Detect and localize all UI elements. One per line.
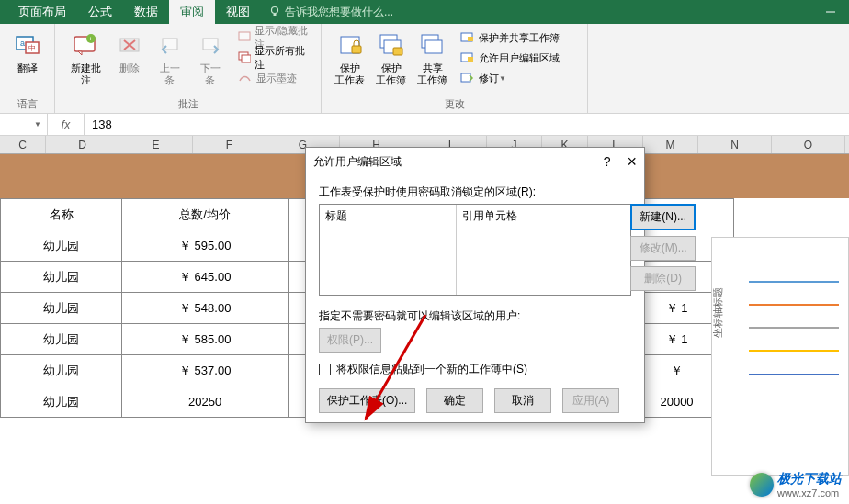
- formula-input[interactable]: [85, 116, 849, 133]
- protect-sheet-dialog-button[interactable]: 保护工作表(O)...: [319, 388, 415, 413]
- delete-comment-button[interactable]: 删除: [109, 28, 150, 94]
- ribbon-tabs: 页面布局 公式 数据 审阅 视图 告诉我您想要做什么...: [0, 0, 849, 24]
- col-header[interactable]: N: [698, 136, 772, 153]
- protect-workbook-label: 保护 工作簿: [376, 62, 406, 86]
- track-changes-button[interactable]: 修订 ▼: [457, 68, 563, 88]
- apply-button[interactable]: 应用(A): [562, 388, 619, 413]
- dialog-title: 允许用户编辑区域: [313, 154, 402, 170]
- show-ink-button[interactable]: 显示墨迹: [234, 68, 313, 88]
- new-comment-icon: +: [71, 31, 100, 61]
- paste-perms-checkbox[interactable]: 将权限信息粘贴到一个新的工作薄中(S): [319, 362, 631, 377]
- svg-rect-21: [393, 48, 402, 55]
- comment-icon: [238, 31, 251, 44]
- lock-share-icon: [460, 31, 475, 44]
- ranges-col-title: 标题: [320, 205, 457, 295]
- svg-rect-14: [239, 32, 250, 40]
- table-cell[interactable]: ￥ 585.00: [122, 324, 288, 355]
- table-header[interactable]: 总数/均价: [122, 199, 288, 230]
- protect-workbook-button[interactable]: 保护 工作簿: [370, 28, 412, 94]
- chart-y-axis-label: 坐标轴标题: [711, 287, 725, 338]
- protect-workbook-icon: [377, 31, 406, 61]
- ranges-list[interactable]: 标题 引用单元格: [319, 204, 631, 296]
- ok-button[interactable]: 确定: [426, 388, 483, 413]
- chart-plot: [749, 265, 839, 420]
- tell-me-text: 告诉我您想要做什么...: [285, 5, 393, 20]
- chart-panel[interactable]: 坐标轴标题: [711, 237, 849, 476]
- col-header[interactable]: M: [643, 136, 698, 153]
- protect-share-button[interactable]: 保护并共享工作簿: [457, 28, 563, 48]
- tab-view[interactable]: 视图: [215, 0, 261, 24]
- show-hide-comment-button[interactable]: 显示/隐藏批注: [234, 28, 313, 48]
- table-cell[interactable]: 20250: [122, 386, 288, 418]
- table-cell[interactable]: 幼儿园: [1, 293, 122, 324]
- svg-point-0: [272, 7, 278, 14]
- table-cell[interactable]: 幼儿园: [1, 355, 122, 386]
- group-changes-label: 更改: [322, 97, 587, 111]
- table-cell[interactable]: 幼儿园: [1, 324, 122, 355]
- tell-me-box[interactable]: 告诉我您想要做什么...: [268, 5, 393, 20]
- table-cell[interactable]: ￥ 595.00: [122, 230, 288, 262]
- svg-rect-28: [461, 73, 470, 82]
- table-header[interactable]: 名称: [1, 199, 122, 230]
- share-workbook-button[interactable]: 共享 工作簿: [412, 28, 453, 94]
- table-cell[interactable]: ￥ 548.00: [122, 293, 288, 324]
- table-cell[interactable]: ￥ 645.00: [122, 262, 288, 293]
- prev-comment-label: 上一条: [155, 62, 185, 86]
- group-comments-label: 批注: [55, 97, 321, 111]
- watermark: 极光下载站 www.xz7.com: [750, 471, 842, 498]
- svg-text:a: a: [20, 39, 25, 48]
- col-header[interactable]: F: [193, 136, 266, 153]
- formula-bar: ▼ fx: [0, 114, 849, 136]
- modify-range-button[interactable]: 修改(M)...: [630, 236, 696, 261]
- name-box[interactable]: ▼: [0, 114, 48, 135]
- fx-label[interactable]: fx: [48, 114, 85, 135]
- table-cell[interactable]: 幼儿园: [1, 230, 122, 262]
- permissions-button[interactable]: 权限(P)...: [319, 328, 381, 353]
- translate-button[interactable]: a中 翻译: [7, 28, 48, 94]
- next-icon: [196, 31, 225, 61]
- users-label: 指定不需要密码就可以编辑该区域的用户:: [319, 308, 631, 324]
- next-comment-button[interactable]: 下一条: [190, 28, 231, 94]
- protect-sheet-icon: [335, 31, 365, 61]
- allow-edit-ranges-button[interactable]: 允许用户编辑区域: [457, 48, 563, 68]
- new-comment-button[interactable]: + 新建批注: [62, 28, 109, 94]
- svg-rect-25: [468, 37, 473, 41]
- new-range-button[interactable]: 新建(N)...: [630, 204, 696, 230]
- svg-rect-27: [468, 57, 473, 62]
- table-cell[interactable]: ￥ 537.00: [122, 355, 288, 386]
- svg-rect-16: [242, 55, 251, 62]
- tab-page-layout[interactable]: 页面布局: [7, 0, 77, 24]
- delete-range-button[interactable]: 删除(D): [630, 266, 696, 291]
- translate-label: 翻译: [17, 62, 38, 74]
- col-header[interactable]: C: [0, 136, 46, 153]
- cancel-button[interactable]: 取消: [494, 388, 551, 413]
- ranges-subtitle: 工作表受保护时使用密码取消锁定的区域(R):: [319, 185, 631, 200]
- tab-review[interactable]: 审阅: [169, 0, 215, 24]
- table-cell[interactable]: 幼儿园: [1, 386, 122, 418]
- col-header[interactable]: E: [119, 136, 193, 153]
- prev-icon: [155, 31, 185, 61]
- group-language-label: 语言: [0, 97, 54, 111]
- dialog-help-button[interactable]: ?: [604, 154, 611, 169]
- table-cell[interactable]: 幼儿园: [1, 262, 122, 293]
- translate-icon: a中: [13, 31, 42, 61]
- protect-sheet-button[interactable]: 保护 工作表: [329, 28, 370, 94]
- watermark-text: 极光下载站: [777, 471, 842, 487]
- ranges-col-ref: 引用单元格: [457, 205, 630, 295]
- allow-edit-ranges-dialog: 允许用户编辑区域 ? × 工作表受保护时使用密码取消锁定的区域(R): 标题 引…: [305, 147, 645, 423]
- col-header[interactable]: D: [46, 136, 119, 153]
- window-minimize[interactable]: [812, 0, 849, 23]
- checkbox-icon: [319, 364, 331, 375]
- track-icon: [460, 72, 475, 84]
- dialog-close-button[interactable]: ×: [627, 152, 637, 172]
- prev-comment-button[interactable]: 上一条: [150, 28, 190, 94]
- svg-rect-23: [425, 40, 442, 53]
- tab-formulas[interactable]: 公式: [77, 0, 123, 24]
- svg-text:中: 中: [28, 44, 36, 52]
- svg-text:+: +: [88, 35, 93, 43]
- share-icon: [418, 31, 447, 61]
- ink-icon: [238, 72, 253, 84]
- tab-data[interactable]: 数据: [123, 0, 169, 24]
- col-header[interactable]: O: [772, 136, 845, 153]
- share-workbook-label: 共享 工作簿: [417, 62, 447, 86]
